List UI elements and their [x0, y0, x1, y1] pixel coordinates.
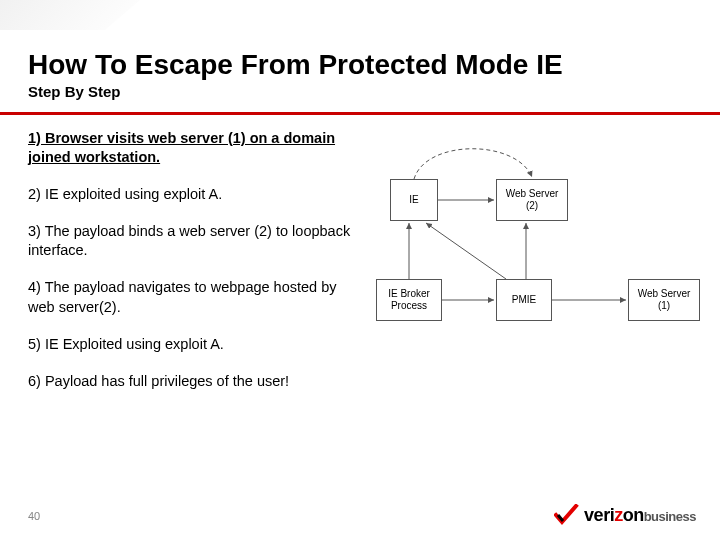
- step-item: 6) Payload has full privileges of the us…: [28, 372, 358, 391]
- diagram-box-pmie: PMIE: [496, 279, 552, 321]
- diagram: IE Web Server (2) IE Broker Process PMIE…: [366, 129, 710, 389]
- step-item: 1) Browser visits web server (1) on a do…: [28, 129, 358, 167]
- step-item: 4) The payload navigates to webpage host…: [28, 278, 358, 316]
- diagram-arrows: [366, 129, 710, 389]
- step-item: 2) IE exploited using exploit A.: [28, 185, 358, 204]
- verizon-logo: verizonbusiness: [554, 504, 696, 526]
- diagram-box-webserver1: Web Server (1): [628, 279, 700, 321]
- content-area: 1) Browser visits web server (1) on a do…: [0, 115, 720, 409]
- slide-subtitle: Step By Step: [28, 83, 692, 100]
- step-item: 3) The payload binds a web server (2) to…: [28, 222, 358, 260]
- diagram-box-iebroker: IE Broker Process: [376, 279, 442, 321]
- page-number: 40: [28, 510, 40, 522]
- steps-list: 1) Browser visits web server (1) on a do…: [28, 129, 358, 409]
- logo-text: verizonbusiness: [584, 505, 696, 526]
- logo-check-icon: [554, 504, 580, 526]
- logo-part: z: [614, 505, 623, 525]
- diagram-box-webserver2: Web Server (2): [496, 179, 568, 221]
- slide-title: How To Escape From Protected Mode IE: [28, 50, 692, 81]
- logo-part: on: [623, 505, 644, 525]
- logo-part: veri: [584, 505, 614, 525]
- step-item: 5) IE Exploited using exploit A.: [28, 335, 358, 354]
- diagram-box-ie: IE: [390, 179, 438, 221]
- logo-suffix: business: [644, 509, 696, 524]
- svg-line-2: [426, 223, 506, 279]
